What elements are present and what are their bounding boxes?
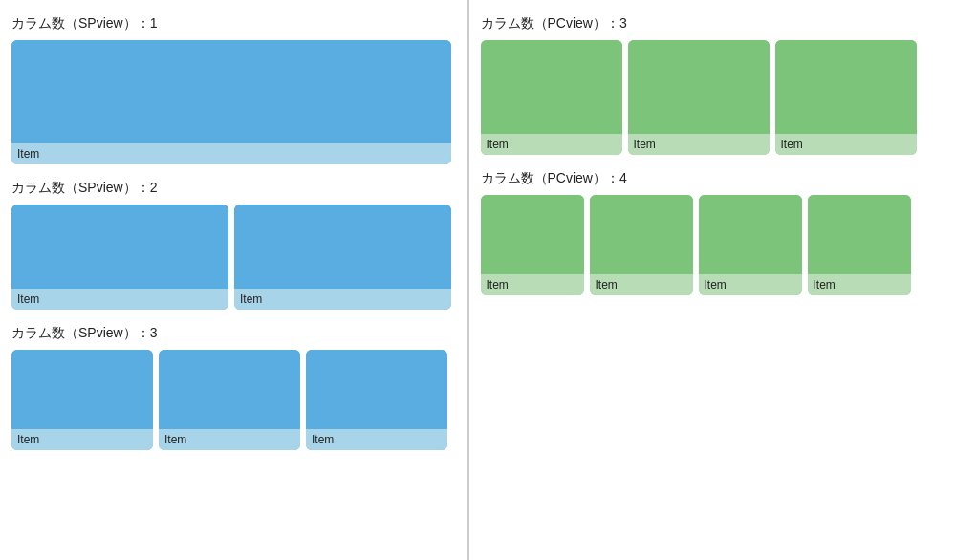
sp3-card-2: Item — [159, 350, 300, 450]
pc4-card-4-image — [808, 195, 911, 274]
pc3-card-3-label: Item — [775, 134, 917, 155]
sp1-grid: Item — [11, 40, 456, 164]
sp1-card-1-label: Item — [11, 143, 451, 164]
sp1-title: カラム数（SPview）：1 — [11, 15, 456, 32]
sp3-card-3-label: Item — [306, 429, 447, 450]
sp3-card-3-image — [306, 350, 447, 429]
pc3-card-2: Item — [628, 40, 770, 155]
pc4-section: カラム数（PCview）：4 Item Item Item Item — [481, 170, 945, 295]
pc3-title: カラム数（PCview）：3 — [481, 15, 945, 32]
sp2-card-1-label: Item — [11, 289, 228, 310]
sp3-title: カラム数（SPview）：3 — [11, 325, 456, 342]
pc3-card-3-image — [775, 40, 917, 134]
pc4-card-1-label: Item — [481, 274, 584, 295]
sp1-card-1-image — [11, 40, 451, 143]
sp2-card-2-image — [234, 205, 451, 289]
pc3-card-1-image — [481, 40, 622, 134]
sp2-card-2-label: Item — [234, 289, 451, 310]
pc4-card-1: Item — [481, 195, 584, 295]
pc4-card-4: Item — [808, 195, 911, 295]
sp3-card-3: Item — [306, 350, 447, 450]
pc3-card-2-label: Item — [628, 134, 770, 155]
pc4-card-2-image — [590, 195, 693, 274]
sp2-section: カラム数（SPview）：2 Item Item — [11, 180, 456, 310]
pc4-card-2: Item — [590, 195, 693, 295]
sp2-card-1-image — [11, 205, 228, 289]
pc4-card-4-label: Item — [808, 274, 911, 295]
sp3-card-1-image — [11, 350, 153, 429]
sp3-card-1: Item — [11, 350, 153, 450]
sp3-grid: Item Item Item — [11, 350, 456, 450]
pc4-title: カラム数（PCview）：4 — [481, 170, 945, 187]
pc3-card-1-label: Item — [481, 134, 622, 155]
sp1-card-1: Item — [11, 40, 451, 164]
sp2-title: カラム数（SPview）：2 — [11, 180, 456, 197]
sp3-section: カラム数（SPview）：3 Item Item Item — [11, 325, 456, 450]
sp3-card-2-label: Item — [159, 429, 300, 450]
sp2-grid: Item Item — [11, 205, 456, 310]
pc3-card-2-image — [628, 40, 770, 134]
pc3-card-1: Item — [481, 40, 622, 155]
pc4-card-3-label: Item — [699, 274, 802, 295]
pc4-card-3: Item — [699, 195, 802, 295]
pc3-section: カラム数（PCview）：3 Item Item Item — [481, 15, 945, 155]
pc4-card-1-image — [481, 195, 584, 274]
pc4-grid: Item Item Item Item — [481, 195, 945, 295]
sp1-section: カラム数（SPview）：1 Item — [11, 15, 456, 164]
right-panel: カラム数（PCview）：3 Item Item Item カラム数（PCvie… — [469, 0, 956, 560]
sp3-card-1-label: Item — [11, 429, 153, 450]
pc4-card-3-image — [699, 195, 802, 274]
sp2-card-2: Item — [234, 205, 451, 310]
pc4-card-2-label: Item — [590, 274, 693, 295]
pc3-card-3: Item — [775, 40, 917, 155]
sp3-card-2-image — [159, 350, 300, 429]
pc3-grid: Item Item Item — [481, 40, 945, 155]
sp2-card-1: Item — [11, 205, 228, 310]
left-panel: カラム数（SPview）：1 Item カラム数（SPview）：2 Item … — [0, 0, 468, 560]
